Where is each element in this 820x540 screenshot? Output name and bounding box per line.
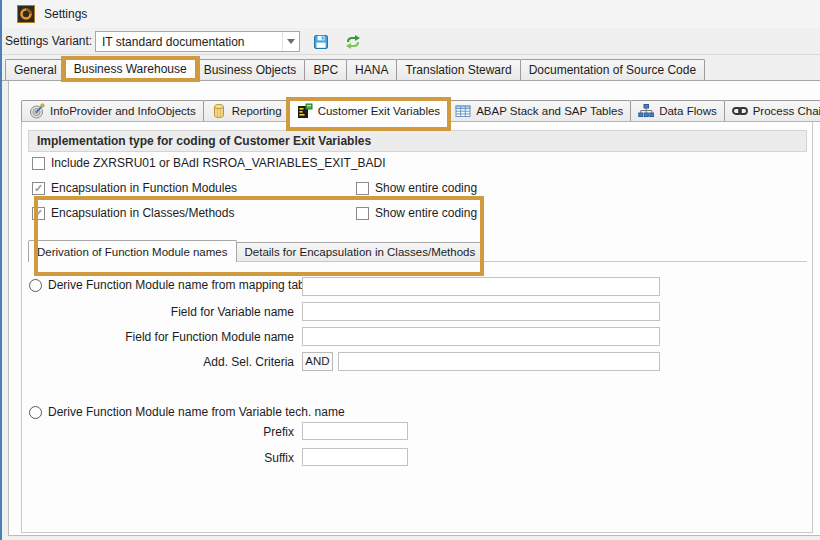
and-operator-button[interactable]: AND	[302, 352, 333, 371]
checkbox-label: Encapsulation in Function Modules	[51, 181, 237, 195]
checkbox-label: Encapsulation in Classes/Methods	[51, 206, 234, 220]
main-tab-strip: General Business Warehouse Business Obje…	[0, 55, 820, 81]
radio-label: Derive Function Module name from Variabl…	[48, 405, 345, 419]
tab-reporting[interactable]: Reporting	[203, 100, 290, 121]
checkbox-label: Show entire coding	[375, 181, 477, 195]
variables-icon	[297, 103, 313, 119]
refresh-button[interactable]	[343, 32, 363, 52]
tab-data-flows[interactable]: Data Flows	[630, 100, 725, 121]
suffix-input[interactable]	[302, 448, 408, 466]
window-title: Settings	[44, 0, 87, 28]
window-left-edge	[0, 0, 2, 540]
field-for-variable-name-input[interactable]	[302, 302, 660, 321]
title-bar: Settings	[0, 0, 820, 28]
tab-details-for-encapsulation-in-classes-methods[interactable]: Details for Encapsulation in Classes/Met…	[236, 242, 485, 261]
radio-row-variable-tech-name: Derive Function Module name from Variabl…	[29, 402, 345, 422]
settings-variant-label: Settings Variant:	[5, 28, 92, 54]
floppy-disk-icon	[313, 34, 329, 50]
tab-translation-steward[interactable]: Translation Steward	[396, 59, 520, 80]
tab-general[interactable]: General	[5, 59, 66, 80]
section-header: Implementation type for coding of Custom…	[28, 130, 807, 152]
checkbox-row-encapsulation-classes-methods: ✓ Encapsulation in Classes/Methods Show …	[32, 204, 802, 222]
chevron-down-icon[interactable]	[282, 32, 299, 51]
refresh-arrows-icon	[345, 34, 361, 50]
add-sel-criteria-label: Add. Sel. Criteria	[22, 353, 294, 372]
tab-business-warehouse[interactable]: Business Warehouse	[65, 56, 196, 81]
encapsulation-function-modules-checkbox[interactable]: ✓	[32, 182, 45, 195]
prefix-label: Prefix	[22, 423, 294, 442]
reporting-database-icon	[211, 103, 227, 119]
radio-label: Derive Function Module name from mapping…	[48, 278, 314, 292]
field-for-function-module-name-label: Field for Function Module name	[22, 328, 294, 347]
tab-business-objects[interactable]: Business Objects	[195, 59, 306, 80]
field-for-function-module-name-input[interactable]	[302, 327, 660, 346]
tab-customer-exit-variables[interactable]: Customer Exit Variables	[289, 98, 449, 122]
checkbox-row-include-zxrsru01: Include ZXRSRU01 or BAdI RSROA_VARIABLES…	[32, 154, 802, 172]
gear-swirl-icon	[17, 5, 35, 23]
radio-row-mapping-table: Derive Function Module name from mapping…	[29, 275, 314, 295]
tab-bpc[interactable]: BPC	[304, 59, 347, 80]
customer-exit-variables-panel: Implementation type for coding of Custom…	[21, 122, 813, 533]
include-zxrsru01-checkbox[interactable]	[32, 157, 45, 170]
add-sel-criteria-input[interactable]	[338, 352, 660, 371]
business-warehouse-page: InfoProvider and InfoObjects Reporting	[8, 81, 820, 536]
detail-tab-strip: Derivation of Function Module names Deta…	[28, 239, 807, 262]
settings-variant-toolbar: Settings Variant: IT standard documentat…	[0, 28, 820, 55]
save-button[interactable]	[311, 32, 331, 52]
tab-process-chains[interactable]: Process Chains	[724, 100, 820, 121]
checkbox-label: Show entire coding	[375, 206, 477, 220]
chain-link-icon	[732, 103, 748, 119]
bw-sub-tab-strip: InfoProvider and InfoObjects Reporting	[21, 97, 820, 122]
tab-abap-stack-and-sap-tables[interactable]: ABAP Stack and SAP Tables	[447, 100, 631, 121]
tab-hana[interactable]: HANA	[346, 59, 397, 80]
tab-documentation-of-source-code[interactable]: Documentation of Source Code	[520, 59, 705, 80]
sap-table-icon	[455, 103, 471, 119]
settings-variant-value: IT standard documentation	[96, 35, 282, 49]
tab-derivation-of-function-module-names[interactable]: Derivation of Function Module names	[28, 240, 237, 262]
field-for-variable-name-label: Field for Variable name	[22, 303, 294, 322]
checkbox-label: Include ZXRSRU01 or BAdI RSROA_VARIABLES…	[51, 156, 386, 170]
derive-from-variable-tech-name-radio[interactable]	[29, 406, 42, 419]
prefix-input[interactable]	[302, 422, 408, 440]
suffix-label: Suffix	[22, 449, 294, 468]
show-entire-coding-fm-checkbox[interactable]	[356, 182, 369, 195]
show-entire-coding-cm-checkbox[interactable]	[356, 207, 369, 220]
infoprovider-target-icon	[29, 103, 45, 119]
encapsulation-classes-methods-checkbox[interactable]: ✓	[32, 207, 45, 220]
settings-variant-combobox[interactable]: IT standard documentation	[95, 31, 300, 52]
tab-infoprovider-and-infoobjects[interactable]: InfoProvider and InfoObjects	[21, 100, 204, 121]
data-flow-tree-icon	[638, 103, 654, 119]
mapping-table-input[interactable]	[302, 277, 660, 296]
derive-from-mapping-table-radio[interactable]	[29, 279, 42, 292]
checkbox-row-encapsulation-function-modules: ✓ Encapsulation in Function Modules Show…	[32, 179, 802, 197]
